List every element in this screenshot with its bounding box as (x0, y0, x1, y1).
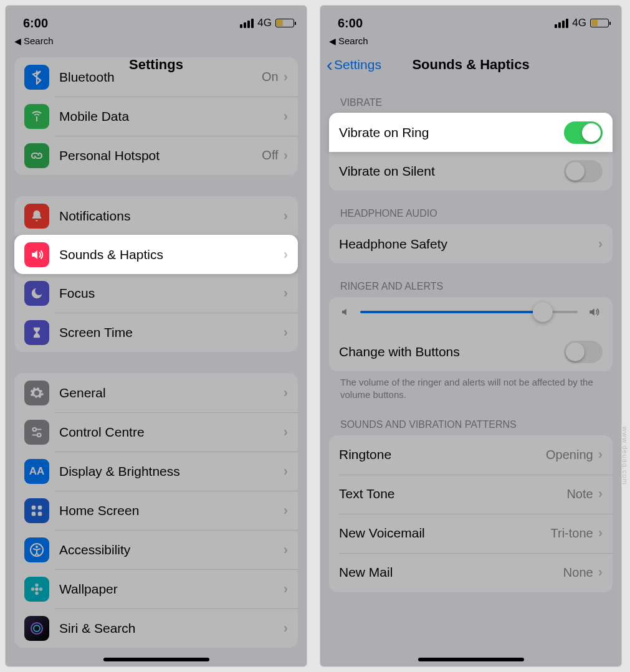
back-to-search[interactable]: ◀ Search (320, 35, 621, 50)
moon-icon (24, 281, 49, 306)
speaker-high-icon (586, 306, 601, 318)
sounds-list[interactable]: VIBRATE Vibrate on Ring Vibrate on Silen… (320, 80, 621, 605)
row-display-brightness[interactable]: AA Display & Brightness › (14, 452, 298, 491)
ringer-footer: The volume of the ringer and alerts will… (329, 371, 613, 402)
chevron-right-icon: › (284, 385, 288, 401)
svg-point-10 (35, 591, 39, 595)
group-headphone: Headphone Safety › (329, 224, 613, 263)
cellular-signal-icon (555, 19, 568, 28)
home-indicator[interactable] (418, 658, 524, 661)
row-vibrate-on-ring[interactable]: Vibrate on Ring (329, 113, 613, 152)
chevron-right-icon: › (284, 424, 288, 440)
svg-point-12 (39, 587, 42, 591)
chevron-right-icon: › (284, 463, 288, 480)
toggle-change-with-buttons[interactable] (564, 341, 603, 363)
chevron-right-icon: › (284, 285, 288, 301)
chevron-right-icon: › (284, 247, 288, 263)
phone-sounds-haptics: 6:00 4G ◀ Search ‹ Settings Sounds & Hap… (320, 5, 622, 667)
row-value: None (563, 566, 593, 580)
cellular-signal-icon (240, 19, 254, 28)
chevron-right-icon: › (284, 208, 288, 224)
row-value: Tri-tone (551, 526, 593, 541)
row-label: Home Screen (59, 503, 284, 518)
sliders-icon (24, 420, 49, 445)
row-label: Display & Brightness (59, 464, 284, 479)
chevron-right-icon: › (598, 236, 603, 252)
phone-settings: 6:00 4G ◀ Search Settings Bluetooth On (5, 5, 307, 667)
gear-icon (24, 381, 49, 405)
row-focus[interactable]: Focus › (14, 273, 298, 313)
home-indicator[interactable] (103, 658, 209, 661)
row-ringtone[interactable]: Ringtone Opening › (329, 435, 613, 475)
row-accessibility[interactable]: Accessibility › (14, 530, 298, 569)
back-caret-icon: ◀ (14, 36, 21, 46)
antenna-icon (24, 104, 49, 129)
svg-point-9 (35, 583, 39, 587)
svg-rect-4 (32, 511, 36, 515)
group-focus: Focus › Screen Time › (14, 273, 298, 352)
row-home-screen[interactable]: Home Screen › (14, 491, 298, 530)
chevron-right-icon: › (284, 620, 288, 637)
row-notifications[interactable]: Notifications › (14, 196, 298, 235)
chevron-right-icon: › (284, 542, 288, 558)
row-personal-hotspot[interactable]: Personal Hotspot Off › (14, 136, 298, 175)
status-bar: 6:00 4G (320, 6, 621, 35)
svg-rect-5 (38, 511, 42, 515)
bell-icon (24, 204, 49, 229)
row-change-with-buttons[interactable]: Change with Buttons (329, 332, 613, 371)
row-wallpaper[interactable]: Wallpaper › (14, 569, 298, 608)
row-label: Accessibility (59, 542, 284, 557)
battery-icon (275, 19, 294, 27)
row-label: General (59, 386, 284, 400)
speaker-low-icon (340, 306, 351, 318)
row-new-voicemail[interactable]: New Voicemail Tri-tone › (329, 514, 613, 553)
status-time: 6:00 (23, 16, 48, 31)
link-icon (24, 143, 49, 168)
page-title: Sounds & Haptics (412, 57, 529, 73)
row-bluetooth[interactable]: Bluetooth On › (14, 57, 298, 97)
row-label: Vibrate on Ring (339, 125, 564, 140)
svg-point-1 (37, 433, 41, 437)
bluetooth-icon (24, 65, 49, 90)
toggle-vibrate-on-ring[interactable] (564, 121, 603, 144)
status-right: 4G (240, 17, 294, 29)
row-vibrate-on-silent[interactable]: Vibrate on Silent (329, 151, 613, 191)
row-label: Siri & Search (59, 621, 284, 636)
row-value: Opening (546, 448, 593, 462)
group-vibrate: Vibrate on Silent (329, 151, 613, 191)
group-notifications: Notifications › (14, 196, 298, 235)
chevron-right-icon: › (284, 581, 288, 597)
grid-icon (24, 498, 49, 523)
row-siri-search[interactable]: Siri & Search › (14, 608, 298, 648)
settings-list[interactable]: Bluetooth On › Mobile Data › Personal Ho… (6, 57, 307, 660)
chevron-right-icon: › (284, 503, 288, 519)
chevron-right-icon: › (598, 486, 603, 502)
section-vibrate: VIBRATE (329, 80, 613, 113)
nav-back-button[interactable]: ‹ Settings (327, 55, 381, 74)
row-label: New Voicemail (339, 526, 551, 541)
row-sounds-haptics[interactable]: Sounds & Haptics › (14, 235, 298, 274)
watermark: www.deuaq.com (621, 427, 629, 485)
volume-slider[interactable] (360, 311, 578, 313)
row-headphone-safety[interactable]: Headphone Safety › (329, 224, 613, 263)
svg-point-11 (31, 587, 35, 591)
chevron-right-icon: › (598, 447, 603, 463)
svg-point-0 (33, 427, 37, 431)
row-label: Ringtone (339, 447, 546, 462)
row-label: Bluetooth (59, 70, 262, 85)
row-general[interactable]: General › (14, 373, 298, 412)
status-time: 6:00 (338, 16, 363, 31)
row-screen-time[interactable]: Screen Time › (14, 313, 298, 352)
back-to-search[interactable]: ◀ Search (6, 35, 307, 50)
row-control-centre[interactable]: Control Centre › (14, 412, 298, 452)
row-label: Screen Time (59, 325, 284, 340)
siri-icon (24, 616, 49, 641)
row-new-mail[interactable]: New Mail None › (329, 553, 613, 592)
row-label: Control Centre (59, 425, 284, 440)
toggle-vibrate-on-silent[interactable] (564, 160, 603, 182)
row-label: Sounds & Haptics (59, 247, 284, 262)
status-bar: 6:00 4G (6, 6, 307, 35)
back-label: Search (24, 35, 54, 46)
row-mobile-data[interactable]: Mobile Data › (14, 97, 298, 136)
row-text-tone[interactable]: Text Tone Note › (329, 475, 613, 514)
